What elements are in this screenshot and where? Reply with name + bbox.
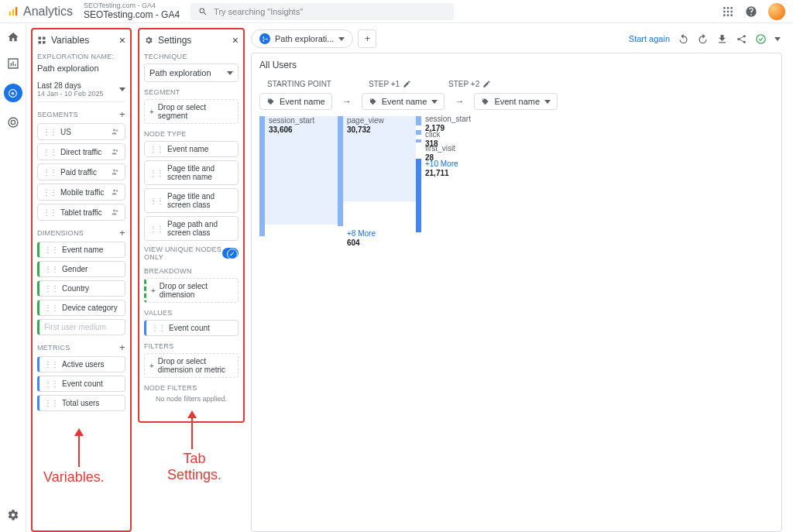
download-icon[interactable] [716,33,728,45]
close-variables-button[interactable]: × [119,34,125,46]
drag-handle-icon: ⋮⋮ [149,225,163,233]
home-icon[interactable] [7,31,19,43]
metric-chip[interactable]: ⋮⋮Event count [37,376,125,392]
path-exploration-icon [259,33,270,44]
svg-rect-14 [15,64,15,67]
node-bar-s2-more[interactable] [416,159,421,232]
add-tab-button[interactable]: + [358,29,376,48]
unique-nodes-toggle[interactable] [222,248,239,259]
dimension-chip[interactable]: ⋮⋮Event name [37,242,125,258]
svg-point-5 [730,7,733,9]
svg-point-32 [116,210,118,212]
segment-chip[interactable]: ⋮⋮US [37,123,125,140]
chevron-down-icon [431,100,438,104]
node-bar-s2-1[interactable] [416,116,421,125]
add-segment-button[interactable]: + [119,108,125,120]
property-selector[interactable]: SEOTesting.com - GA4 SEOTesting.com - GA… [84,2,180,20]
svg-point-23 [113,129,115,132]
pencil-icon[interactable] [482,80,491,88]
svg-point-9 [723,14,726,16]
svg-point-3 [723,7,726,9]
topbar-actions [722,3,785,20]
nodetype-chip[interactable]: ⋮⋮Page path and screen class [144,216,239,241]
explore-nav-active[interactable] [4,84,22,102]
status-ok-icon[interactable] [755,33,767,45]
segment-chip[interactable]: ⋮⋮Paid traffic [37,163,125,180]
segment-allusers: All Users [259,60,774,70]
undo-icon[interactable] [678,33,689,45]
svg-point-8 [730,10,733,12]
add-metric-button[interactable]: + [119,342,125,353]
reports-icon[interactable] [7,57,19,70]
search-box[interactable]: Try searching "Insights" [191,3,454,20]
breakdown-dropzone[interactable]: +Drop or select dimension [144,278,239,303]
svg-rect-1 [12,9,14,15]
svg-point-18 [11,120,15,124]
svg-point-34 [743,35,746,37]
redo-icon[interactable] [697,33,709,45]
nodetype-chip[interactable]: ⋮⋮Event name [144,141,239,157]
user-avatar[interactable] [768,3,785,20]
drag-handle-icon: ⋮⋮ [149,145,163,153]
date-range-selector[interactable]: Last 28 days 14 Jan - 10 Feb 2025 [37,77,125,102]
drag-handle-icon: ⋮⋮ [44,379,58,388]
filters-dropzone[interactable]: +Drop or select dimension or metric [144,353,239,378]
svg-point-25 [113,149,115,152]
tag-icon [266,98,275,106]
exploration-canvas: All Users STARTING POINT STEP +1 STEP +2… [251,53,782,532]
node-bar-start[interactable] [259,116,265,236]
dimension-chip[interactable]: ⋮⋮Country [37,280,125,297]
close-settings-button[interactable]: × [232,34,239,46]
explore-icon [8,88,18,98]
dimension-chip[interactable]: ⋮⋮Gender [37,261,125,277]
segment-dropzone[interactable]: +Drop or select segment [144,99,239,124]
add-dimension-button[interactable]: + [119,227,125,239]
group-icon [111,147,120,156]
dimension-chip-ghost[interactable]: First user medium [37,319,125,335]
settings-panel: Settings × TECHNIQUE Path exploration SE… [138,28,245,423]
chevron-down-icon [338,37,345,41]
step-pill-start[interactable]: Event name [259,93,332,110]
start-again-button[interactable]: Start again [629,34,670,43]
svg-rect-0 [9,12,11,15]
nodetype-chip[interactable]: ⋮⋮Page title and screen name [144,160,239,185]
drag-handle-icon: ⋮⋮ [43,208,57,217]
svg-point-24 [116,129,118,132]
apps-icon[interactable] [722,5,734,18]
left-nav [0,23,26,532]
advertising-icon[interactable] [7,116,19,129]
step-starting-point: STARTING POINT [267,80,331,88]
segment-chip[interactable]: ⋮⋮Tablet traffic [37,204,125,221]
node-bar-s2-2[interactable] [416,130,421,135]
step-pill-2[interactable]: Event name [474,93,558,110]
share-icon[interactable] [736,33,747,45]
admin-settings-icon[interactable] [7,509,19,521]
svg-point-26 [116,149,118,152]
segment-chip[interactable]: ⋮⋮Mobile traffic [37,184,125,201]
drag-handle-icon: ⋮⋮ [44,360,58,369]
node-bar-s1[interactable] [338,116,343,226]
settings-title: Settings [158,35,191,46]
exploration-tab[interactable]: Path explorati... [251,29,353,48]
step-pill-1[interactable]: Event name [362,93,445,110]
technique-selector[interactable]: Path exploration [144,63,239,82]
nodetype-chip[interactable]: ⋮⋮Page title and screen class [144,188,239,213]
top-bar: Analytics SEOTesting.com - GA4 SEOTestin… [0,0,793,23]
svg-rect-21 [39,41,42,44]
chevron-down-icon [544,100,551,104]
dimension-chip[interactable]: ⋮⋮Device category [37,300,125,316]
exploration-tabs: Path explorati... + Start again [251,28,788,53]
metric-chip[interactable]: ⋮⋮Active users [37,356,125,372]
help-icon[interactable] [745,5,757,18]
svg-point-36 [757,34,765,43]
segment-chip[interactable]: ⋮⋮Direct traffic [37,143,125,160]
pencil-icon[interactable] [403,80,411,88]
exploration-name[interactable]: Path exploration [37,63,125,73]
values-chip[interactable]: ⋮⋮Event count [144,320,239,336]
drag-handle-icon: ⋮⋮ [149,197,163,205]
tag-icon [481,98,489,106]
drag-handle-icon: ⋮⋮ [43,128,57,136]
svg-point-11 [730,14,733,16]
metric-chip[interactable]: ⋮⋮Total users [37,395,125,411]
node-bar-s2-3[interactable] [416,139,421,142]
